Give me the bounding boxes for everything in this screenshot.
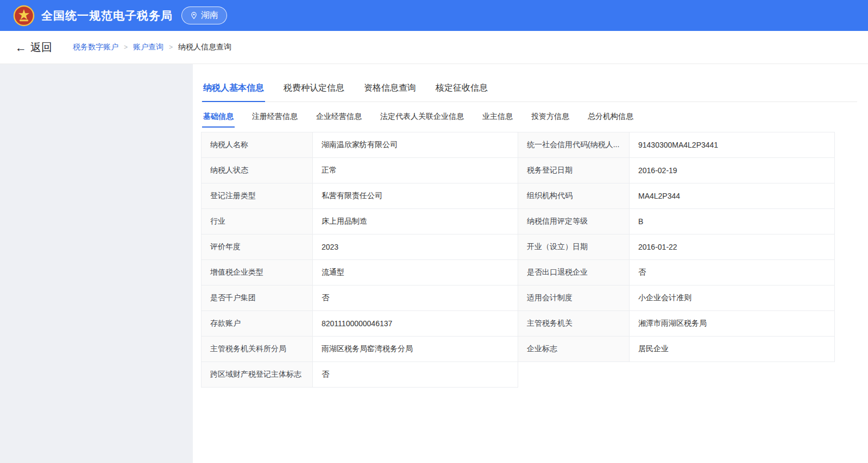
tab-taxpayer-basic-info[interactable]: 纳税人基本信息 [202, 79, 265, 102]
secondary-tabs: 基础信息 注册经营信息 企业经营信息 法定代表人关联企业信息 业主信息 投资方信… [201, 110, 857, 128]
breadcrumb-link-tax-digital-account[interactable]: 税务数字账户 [73, 42, 118, 52]
subtab-legal-rep-related-enterprise-info[interactable]: 法定代表人关联企业信息 [379, 110, 465, 128]
subtab-owner-info[interactable]: 业主信息 [481, 110, 514, 128]
info-value: 91430300MA4L2P3441 [630, 132, 835, 158]
info-label: 是否千户集团 [202, 286, 313, 311]
region-label: 湖南 [201, 10, 218, 21]
info-label: 主管税务机关 [518, 311, 630, 337]
tab-tax-fee-type-info[interactable]: 税费种认定信息 [282, 79, 345, 102]
info-value: 正常 [313, 158, 518, 183]
info-label: 企业标志 [518, 337, 630, 362]
main-area: 纳税人基本信息 税费种认定信息 资格信息查询 核定征收信息 基础信息 注册经营信… [0, 64, 868, 463]
table-row: 主管税务机关科所分局 雨湖区税务局窑湾税务分局 企业标志 居民企业 [202, 337, 835, 362]
info-value: 2023 [313, 234, 518, 260]
breadcrumb-separator-icon: > [169, 43, 173, 51]
info-label: 行业 [202, 209, 313, 234]
info-label: 评价年度 [202, 234, 313, 260]
content-panel: 纳税人基本信息 税费种认定信息 资格信息查询 核定征收信息 基础信息 注册经营信… [193, 64, 868, 463]
subtab-enterprise-business-info[interactable]: 企业经营信息 [315, 110, 363, 128]
info-label: 组织机构代码 [518, 183, 630, 209]
info-label: 增值税企业类型 [202, 260, 313, 286]
info-label: 登记注册类型 [202, 183, 313, 209]
back-button[interactable]: ← 返回 [15, 40, 52, 55]
info-label: 纳税人状态 [202, 158, 313, 183]
taxpayer-info-table: 纳税人名称 湖南温欣家纺有限公司 统一社会信用代码(纳税人... 9143030… [201, 132, 835, 388]
info-value: 床上用品制造 [313, 209, 518, 234]
info-value: 雨湖区税务局窑湾税务分局 [313, 337, 518, 362]
table-row: 行业 床上用品制造 纳税信用评定等级 B [202, 209, 835, 234]
subtab-head-branch-info[interactable]: 总分机构信息 [587, 110, 634, 128]
info-value: B [630, 209, 835, 234]
breadcrumb: 税务数字账户 > 账户查询 > 纳税人信息查询 [73, 42, 231, 52]
info-label: 纳税信用评定等级 [518, 209, 630, 234]
info-value: 私营有限责任公司 [313, 183, 518, 209]
info-label: 纳税人名称 [202, 132, 313, 158]
info-label: 开业（设立）日期 [518, 234, 630, 260]
tab-assessed-collection-info[interactable]: 核定征收信息 [435, 79, 489, 102]
app-title: 全国统一规范电子税务局 [41, 8, 173, 23]
info-value: 湘潭市雨湖区税务局 [630, 311, 835, 337]
info-label: 是否出口退税企业 [518, 260, 630, 286]
breadcrumb-link-account-query[interactable]: 账户查询 [133, 42, 163, 52]
national-emblem-icon [13, 5, 35, 27]
table-row: 评价年度 2023 开业（设立）日期 2016-01-22 [202, 234, 835, 260]
breadcrumb-separator-icon: > [124, 43, 128, 51]
table-row: 是否千户集团 否 适用会计制度 小企业会计准则 [202, 286, 835, 311]
back-arrow-icon: ← [15, 42, 27, 53]
info-value: 2016-02-19 [630, 158, 835, 183]
info-value: 82011100000046137 [313, 311, 518, 337]
info-label: 适用会计制度 [518, 286, 630, 311]
subtab-registration-business-info[interactable]: 注册经营信息 [251, 110, 299, 128]
table-row: 跨区域财产税登记主体标志 否 [202, 362, 835, 388]
info-label: 统一社会信用代码(纳税人... [518, 132, 630, 158]
table-row: 增值税企业类型 流通型 是否出口退税企业 否 [202, 260, 835, 286]
info-value: 否 [630, 260, 835, 286]
info-value: 2016-01-22 [630, 234, 835, 260]
info-label: 税务登记日期 [518, 158, 630, 183]
empty-cell [630, 362, 835, 388]
info-value: 湖南温欣家纺有限公司 [313, 132, 518, 158]
info-value: 流通型 [313, 260, 518, 286]
info-label: 存款账户 [202, 311, 313, 337]
table-row: 登记注册类型 私营有限责任公司 组织机构代码 MA4L2P344 [202, 183, 835, 209]
location-pin-icon [190, 11, 198, 20]
info-value: 否 [313, 362, 518, 388]
breadcrumb-current-page: 纳税人信息查询 [178, 42, 231, 52]
subtab-investor-info[interactable]: 投资方信息 [530, 110, 570, 128]
region-selector[interactable]: 湖南 [181, 7, 227, 24]
subtab-basic-info[interactable]: 基础信息 [202, 110, 235, 128]
info-value: MA4L2P344 [630, 183, 835, 209]
tab-qualification-info-query[interactable]: 资格信息查询 [363, 79, 417, 102]
table-row: 纳税人状态 正常 税务登记日期 2016-02-19 [202, 158, 835, 183]
table-row: 纳税人名称 湖南温欣家纺有限公司 统一社会信用代码(纳税人... 9143030… [202, 132, 835, 158]
info-label: 跨区域财产税登记主体标志 [202, 362, 313, 388]
empty-cell [518, 362, 630, 388]
info-value: 居民企业 [630, 337, 835, 362]
primary-tabs: 纳税人基本信息 税费种认定信息 资格信息查询 核定征收信息 [201, 79, 857, 102]
table-row: 存款账户 82011100000046137 主管税务机关 湘潭市雨湖区税务局 [202, 311, 835, 337]
info-value: 小企业会计准则 [630, 286, 835, 311]
info-label: 主管税务机关科所分局 [202, 337, 313, 362]
info-value: 否 [313, 286, 518, 311]
breadcrumb-bar: ← 返回 税务数字账户 > 账户查询 > 纳税人信息查询 [0, 31, 868, 64]
back-label: 返回 [30, 40, 52, 55]
app-header: 全国统一规范电子税务局 湖南 [0, 0, 868, 31]
